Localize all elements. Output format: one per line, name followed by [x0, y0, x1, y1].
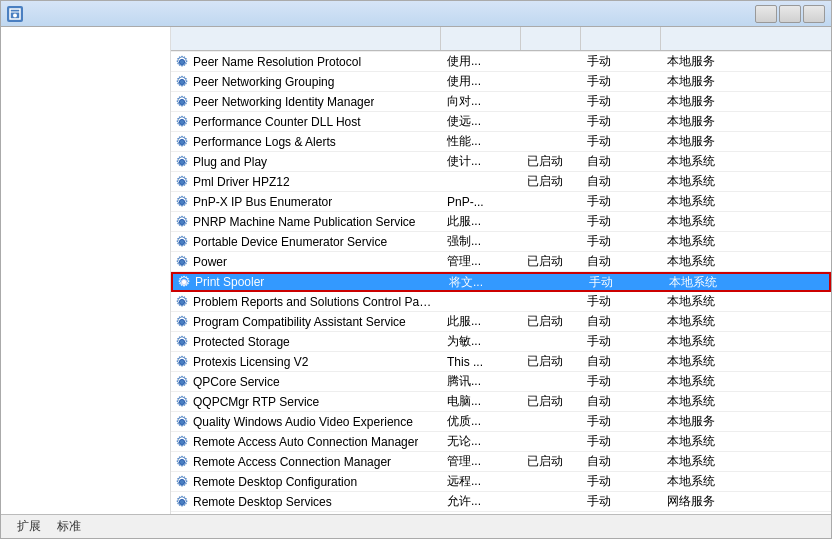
service-icon [175, 395, 189, 409]
table-row[interactable]: Problem Reports and Solutions Control Pa… [171, 292, 831, 312]
service-name-text: Power [193, 255, 227, 269]
service-icon [175, 255, 189, 269]
service-name-cell: Problem Reports and Solutions Control Pa… [171, 295, 441, 309]
service-startup-cell: 手动 [581, 413, 661, 430]
service-name-text: Print Spooler [195, 275, 264, 289]
table-row[interactable]: Quality Windows Audio Video Experience优质… [171, 412, 831, 432]
service-desc-cell: 向对... [441, 93, 521, 110]
table-row[interactable]: Portable Device Enumerator Service强制...手… [171, 232, 831, 252]
service-login-cell: 本地系统 [661, 313, 741, 330]
service-name-cell: Program Compatibility Assistant Service [171, 315, 441, 329]
service-name-cell: Peer Networking Grouping [171, 75, 441, 89]
svg-point-5 [179, 79, 184, 84]
svg-point-13 [179, 239, 184, 244]
service-icon [175, 135, 189, 149]
svg-point-23 [179, 439, 184, 444]
service-icon [175, 95, 189, 109]
service-login-cell: 本地系统 [661, 473, 741, 490]
service-status-cell: 已启动 [521, 253, 581, 270]
service-name-text: QPCore Service [193, 375, 280, 389]
service-icon [175, 175, 189, 189]
main-window: Parental Controls此服...手动本地服务 Peer Name R… [0, 0, 832, 539]
col-name[interactable] [171, 27, 441, 50]
service-desc-cell: 管理... [441, 453, 521, 470]
service-name-cell: Quality Windows Audio Video Experience [171, 415, 441, 429]
service-login-cell: 本地系统 [661, 233, 741, 250]
col-description[interactable] [441, 27, 521, 50]
table-row[interactable]: Peer Networking Identity Manager向对...手动本… [171, 92, 831, 112]
col-status[interactable] [521, 27, 581, 50]
bottom-tab-扩展[interactable]: 扩展 [9, 516, 49, 537]
svg-point-4 [179, 59, 184, 64]
service-desc-cell: 此服... [441, 213, 521, 230]
service-icon [175, 335, 189, 349]
service-startup-cell: 手动 [581, 493, 661, 510]
service-name-cell: Remote Desktop Configuration [171, 475, 441, 489]
table-body[interactable]: Parental Controls此服...手动本地服务 Peer Name R… [171, 51, 831, 514]
service-icon [175, 455, 189, 469]
service-login-cell: 本地系统 [661, 393, 741, 410]
service-startup-cell: 手动 [583, 274, 663, 291]
service-login-cell: 本地系统 [661, 293, 741, 310]
service-desc-cell: 此服... [441, 313, 521, 330]
service-name-text: Pml Driver HPZ12 [193, 175, 290, 189]
svg-point-9 [179, 159, 184, 164]
service-icon [175, 355, 189, 369]
svg-point-16 [179, 299, 184, 304]
service-name-cell: Protexis Licensing V2 [171, 355, 441, 369]
table-row[interactable]: Peer Networking Grouping使用...手动本地服务 [171, 72, 831, 92]
service-name-cell: Remote Desktop Services [171, 495, 441, 509]
service-name-text: Remote Desktop Configuration [193, 475, 357, 489]
service-login-cell: 本地系统 [661, 193, 741, 210]
table-row[interactable]: PNRP Machine Name Publication Service此服.… [171, 212, 831, 232]
service-startup-cell: 自动 [581, 153, 661, 170]
service-name-text: Performance Counter DLL Host [193, 115, 361, 129]
service-startup-cell: 手动 [581, 373, 661, 390]
bottom-tab-标准[interactable]: 标准 [49, 516, 89, 537]
service-login-cell: 本地系统 [661, 213, 741, 230]
table-row[interactable]: Power管理...已启动自动本地系统 [171, 252, 831, 272]
service-status-cell: 已启动 [521, 353, 581, 370]
svg-point-24 [179, 459, 184, 464]
table-row[interactable]: QQPCMgr RTP Service电脑...已启动自动本地系统 [171, 392, 831, 412]
service-login-cell: 本地系统 [661, 253, 741, 270]
svg-point-15 [181, 279, 186, 284]
service-login-cell: 本地系统 [661, 433, 741, 450]
service-name-cell: QPCore Service [171, 375, 441, 389]
service-login-cell: 本地系统 [663, 274, 743, 291]
maximize-button[interactable] [779, 5, 801, 23]
table-row[interactable]: Remote Desktop Services允许...手动网络服务 [171, 492, 831, 512]
service-desc-cell: PnP-... [441, 195, 521, 209]
table-row[interactable]: PnP-X IP Bus EnumeratorPnP-...手动本地系统 [171, 192, 831, 212]
service-desc-cell: 管理... [441, 253, 521, 270]
table-row[interactable]: QPCore Service腾讯...手动本地系统 [171, 372, 831, 392]
table-row[interactable]: Pml Driver HPZ12已启动自动本地系统 [171, 172, 831, 192]
service-desc-cell: 电脑... [441, 393, 521, 410]
service-icon [177, 275, 191, 289]
table-row[interactable]: Performance Counter DLL Host使远...手动本地服务 [171, 112, 831, 132]
table-row[interactable]: Remote Desktop Configuration远程...手动本地系统 [171, 472, 831, 492]
svg-point-19 [179, 359, 184, 364]
table-row[interactable]: Performance Logs & Alerts性能...手动本地服务 [171, 132, 831, 152]
table-row[interactable]: Program Compatibility Assistant Service此… [171, 312, 831, 332]
service-icon [175, 75, 189, 89]
col-startup[interactable] [581, 27, 661, 50]
service-startup-cell: 手动 [581, 113, 661, 130]
service-name-text: Peer Networking Identity Manager [193, 95, 374, 109]
table-row[interactable]: Print Spooler将文...手动本地系统 [171, 272, 831, 292]
service-name-text: Performance Logs & Alerts [193, 135, 336, 149]
close-button[interactable] [803, 5, 825, 23]
table-row[interactable]: Protected Storage为敏...手动本地系统 [171, 332, 831, 352]
table-row[interactable]: Peer Name Resolution Protocol使用...手动本地服务 [171, 52, 831, 72]
table-row[interactable]: Remote Access Connection Manager管理...已启动… [171, 452, 831, 472]
service-startup-cell: 手动 [581, 193, 661, 210]
minimize-button[interactable] [755, 5, 777, 23]
left-panel [1, 27, 171, 514]
table-row[interactable]: Plug and Play使计...已启动自动本地系统 [171, 152, 831, 172]
service-name-cell: Peer Name Resolution Protocol [171, 55, 441, 69]
col-login[interactable] [661, 27, 741, 50]
table-row[interactable]: Remote Access Auto Connection Manager无论.… [171, 432, 831, 452]
service-icon [175, 435, 189, 449]
service-icon [175, 475, 189, 489]
table-row[interactable]: Protexis Licensing V2This ...已启动自动本地系统 [171, 352, 831, 372]
